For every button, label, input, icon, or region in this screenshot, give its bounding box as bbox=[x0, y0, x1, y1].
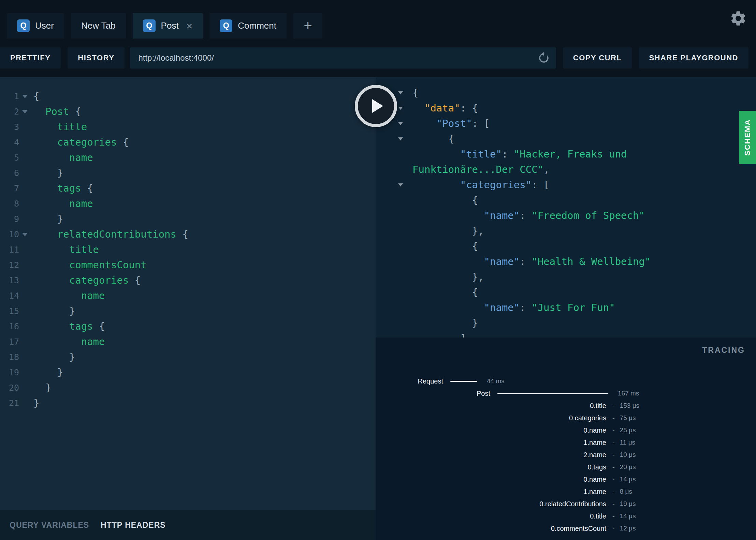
fold-arrow-icon bbox=[19, 402, 31, 405]
line-number: 5 bbox=[0, 150, 19, 165]
token: : [ bbox=[472, 118, 490, 129]
tab-post[interactable]: QPost× bbox=[133, 13, 203, 39]
fold-arrow-icon bbox=[376, 168, 408, 171]
tracing-span-name: 0.title bbox=[376, 512, 606, 520]
code-text: } bbox=[31, 380, 51, 395]
token: "name" bbox=[484, 302, 520, 313]
line-number: 4 bbox=[0, 135, 19, 150]
response-line: "name": "Freedom of Speech" bbox=[376, 208, 756, 223]
fold-arrow-icon[interactable] bbox=[19, 233, 31, 236]
tracing-span-name: 1.name bbox=[376, 488, 606, 496]
line-number: 17 bbox=[0, 334, 19, 349]
tracing-duration-value: 11 μs bbox=[620, 439, 635, 446]
tab-user[interactable]: QUser bbox=[7, 13, 64, 39]
endpoint-url-input[interactable] bbox=[130, 53, 556, 63]
query-line: 11 title bbox=[0, 242, 376, 257]
code-text: "title": "Hacker, Freaks und bbox=[408, 147, 627, 162]
token: }, bbox=[412, 225, 484, 237]
query-badge-icon: Q bbox=[220, 19, 232, 32]
response-json[interactable]: { "data": { "Post": [ { "title": "Hacker… bbox=[376, 77, 756, 338]
fold-arrow-icon bbox=[19, 156, 31, 160]
code-text: name bbox=[31, 196, 93, 211]
token bbox=[412, 210, 484, 221]
http-headers-tab[interactable]: HTTP HEADERS bbox=[101, 521, 166, 530]
tabs: QUserNew TabQPost×QComment bbox=[7, 13, 293, 39]
triangle-down-icon bbox=[398, 122, 403, 125]
tracing-dash: - bbox=[612, 402, 615, 410]
token: "categories" bbox=[460, 179, 532, 191]
fold-arrow-icon bbox=[376, 275, 408, 279]
triangle-down-icon bbox=[398, 91, 403, 94]
share-playground-button[interactable]: SHARE PLAYGROUND bbox=[639, 47, 748, 69]
fold-arrow-icon[interactable] bbox=[376, 183, 408, 186]
tracing-span-name: 0.commentsCount bbox=[376, 525, 606, 532]
tab-comment[interactable]: QComment bbox=[209, 13, 287, 39]
token: }, bbox=[412, 271, 484, 283]
triangle-down-icon bbox=[22, 110, 28, 114]
token bbox=[33, 182, 57, 194]
settings-gear-icon[interactable] bbox=[729, 10, 747, 28]
code-text: } bbox=[31, 365, 63, 380]
token: } bbox=[33, 366, 63, 378]
token: ] bbox=[412, 332, 466, 338]
close-tab-icon[interactable]: × bbox=[186, 20, 193, 31]
token bbox=[33, 244, 69, 255]
tracing-dash: - bbox=[612, 512, 615, 520]
tab-label: Comment bbox=[238, 20, 276, 31]
query-line: 14 name bbox=[0, 288, 376, 303]
fold-arrow-icon[interactable] bbox=[19, 95, 31, 98]
copy-curl-button[interactable]: COPY CURL bbox=[563, 47, 632, 69]
token bbox=[412, 118, 436, 129]
prettify-button[interactable]: PRETTIFY bbox=[0, 47, 61, 69]
token: title bbox=[57, 121, 87, 133]
tracing-duration-value: 14 μs bbox=[620, 476, 636, 483]
main-area: 1{2 Post {3 title4 categories {5 name6 }… bbox=[0, 77, 756, 540]
response-line: { bbox=[376, 285, 756, 300]
tracing-span-name: 0.categories bbox=[376, 414, 606, 422]
response-line: { bbox=[376, 131, 756, 147]
response-line: { bbox=[376, 85, 756, 101]
token: { bbox=[69, 106, 81, 117]
tracing-row: 1.name-11 μs bbox=[376, 436, 756, 449]
token: tags bbox=[69, 320, 93, 332]
query-line: 7 tags { bbox=[0, 181, 376, 196]
schema-tab[interactable]: SCHEMA bbox=[739, 111, 756, 164]
tracing-dash: - bbox=[612, 500, 615, 508]
triangle-down-icon bbox=[22, 233, 28, 236]
history-button[interactable]: HISTORY bbox=[68, 47, 125, 69]
tracing-duration-value: 14 μs bbox=[620, 512, 636, 520]
fold-arrow-icon bbox=[19, 325, 31, 328]
refresh-icon[interactable] bbox=[538, 52, 550, 65]
query-variables-tab[interactable]: QUERY VARIABLES bbox=[10, 521, 89, 530]
token: categories bbox=[57, 136, 117, 148]
tab-label: New Tab bbox=[81, 20, 116, 31]
line-number: 19 bbox=[0, 365, 19, 380]
token bbox=[33, 259, 69, 271]
fold-arrow-icon[interactable] bbox=[19, 110, 31, 114]
code-text: { bbox=[408, 193, 478, 208]
token bbox=[33, 121, 57, 133]
code-text: categories { bbox=[31, 273, 141, 288]
query-line: 16 tags { bbox=[0, 319, 376, 334]
token: commentsCount bbox=[69, 259, 147, 271]
token bbox=[33, 320, 69, 332]
fold-arrow-icon bbox=[376, 214, 408, 217]
query-editor-pane[interactable]: 1{2 Post {3 title4 categories {5 name6 }… bbox=[0, 77, 376, 540]
token: { bbox=[412, 133, 454, 145]
token: "Hacker, Freaks und bbox=[514, 148, 627, 160]
token: : bbox=[520, 256, 532, 267]
token bbox=[33, 106, 45, 117]
token bbox=[33, 198, 69, 209]
query-line: 15 } bbox=[0, 303, 376, 319]
fold-arrow-icon[interactable] bbox=[376, 137, 408, 140]
token: "title" bbox=[460, 148, 502, 160]
token: Funktionäre...Der CCC" bbox=[412, 164, 543, 175]
tab-new-tab[interactable]: New Tab bbox=[71, 13, 126, 39]
add-tab-button[interactable]: + bbox=[293, 13, 322, 39]
tracing-row: 0.categories-75 μs bbox=[376, 412, 756, 424]
tracing-duration-bar bbox=[450, 381, 477, 382]
line-number: 7 bbox=[0, 181, 19, 196]
execute-button[interactable] bbox=[355, 85, 397, 127]
tracing-dash: - bbox=[612, 488, 615, 496]
query-code[interactable]: 1{2 Post {3 title4 categories {5 name6 }… bbox=[0, 77, 376, 510]
